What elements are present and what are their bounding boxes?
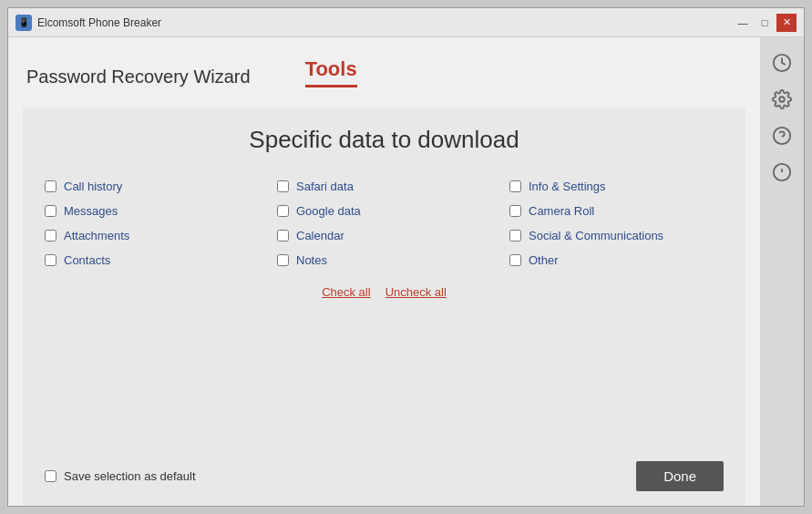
- checkbox-camera-roll[interactable]: Camera Roll: [509, 204, 724, 218]
- checkbox-attachments-input[interactable]: [45, 230, 57, 242]
- checkbox-attachments[interactable]: Attachments: [45, 229, 259, 242]
- close-button[interactable]: ✕: [776, 14, 797, 32]
- wizard-title: Password Recovery Wizard: [26, 67, 251, 87]
- col1-messages: Messages: [45, 204, 259, 218]
- save-default-input[interactable]: [45, 470, 57, 482]
- checkbox-notes[interactable]: Notes: [277, 253, 491, 267]
- checkboxes-grid: Call history Safari data Info & Settings: [45, 180, 724, 267]
- center-area: Password Recovery Wizard Tools Specific …: [8, 37, 760, 506]
- checkbox-social[interactable]: Social & Communications: [509, 229, 724, 242]
- checkbox-safari-input[interactable]: [277, 180, 289, 192]
- checkbox-info-settings[interactable]: Info & Settings: [509, 180, 724, 193]
- checkbox-contacts[interactable]: Contacts: [45, 253, 259, 267]
- checkbox-other-input[interactable]: [509, 254, 521, 266]
- checkbox-notes-label: Notes: [296, 253, 327, 267]
- tools-tab[interactable]: Tools: [305, 57, 357, 87]
- history-icon-button[interactable]: [766, 46, 798, 79]
- history-icon: [772, 53, 792, 73]
- header-nav: Password Recovery Wizard Tools: [8, 37, 760, 87]
- panel-title: Specific data to download: [45, 126, 724, 154]
- checkbox-call-history-input[interactable]: [45, 180, 57, 192]
- help-icon-button[interactable]: [766, 119, 798, 152]
- col3-social: Social & Communications: [509, 229, 724, 242]
- checkbox-camera-roll-label: Camera Roll: [529, 204, 594, 218]
- checkbox-social-input[interactable]: [509, 230, 521, 242]
- minimize-button[interactable]: —: [733, 14, 753, 32]
- checkbox-messages[interactable]: Messages: [45, 204, 259, 218]
- col2-google: Google data: [277, 204, 491, 218]
- checkbox-contacts-label: Contacts: [64, 253, 110, 267]
- checkbox-call-history[interactable]: Call history: [45, 180, 259, 193]
- titlebar: 📱 Elcomsoft Phone Breaker — □ ✕: [8, 8, 804, 37]
- app-icon: 📱: [15, 15, 32, 31]
- gear-icon: [772, 89, 792, 109]
- main-window: 📱 Elcomsoft Phone Breaker — □ ✕ Password…: [7, 7, 805, 507]
- checkbox-safari[interactable]: Safari data: [277, 180, 491, 193]
- uncheck-all-button[interactable]: Uncheck all: [385, 285, 447, 299]
- help-icon: [772, 126, 792, 146]
- col2-calendar: Calendar: [277, 229, 491, 242]
- checkbox-notes-input[interactable]: [277, 254, 289, 266]
- checkbox-info-settings-input[interactable]: [509, 180, 521, 192]
- col1-contacts: Contacts: [45, 253, 259, 267]
- checkbox-attachments-label: Attachments: [64, 229, 129, 242]
- checkbox-camera-roll-input[interactable]: [509, 205, 521, 217]
- checkbox-calendar-label: Calendar: [296, 229, 344, 242]
- titlebar-left: 📱 Elcomsoft Phone Breaker: [15, 15, 161, 31]
- settings-icon-button[interactable]: [766, 83, 798, 116]
- checkbox-calendar[interactable]: Calendar: [277, 229, 491, 242]
- info-icon: [772, 162, 792, 182]
- col1: Call history: [45, 180, 259, 193]
- col3-other: Other: [509, 253, 724, 267]
- checkbox-other[interactable]: Other: [509, 253, 724, 267]
- main-area: Password Recovery Wizard Tools Specific …: [8, 37, 804, 506]
- checkbox-google-label: Google data: [296, 204, 361, 218]
- titlebar-controls: — □ ✕: [733, 14, 797, 32]
- col2-notes: Notes: [277, 253, 491, 267]
- maximize-button[interactable]: □: [755, 14, 775, 32]
- triangle-indicator: [272, 87, 293, 100]
- bottom-row: Save selection as default Done: [45, 461, 724, 491]
- checkbox-google-input[interactable]: [277, 205, 289, 217]
- col1-attachments: Attachments: [45, 229, 259, 242]
- checkbox-messages-label: Messages: [64, 204, 118, 218]
- checkbox-info-settings-label: Info & Settings: [529, 180, 606, 193]
- checkbox-google[interactable]: Google data: [277, 204, 491, 218]
- info-icon-button[interactable]: [766, 156, 798, 189]
- save-default-checkbox[interactable]: Save selection as default: [45, 469, 196, 483]
- col3-info: Info & Settings: [509, 180, 724, 193]
- checkbox-contacts-input[interactable]: [45, 254, 57, 266]
- window-title: Elcomsoft Phone Breaker: [37, 16, 161, 29]
- done-button[interactable]: Done: [636, 461, 724, 491]
- sidebar: [760, 37, 804, 506]
- checkbox-other-label: Other: [529, 253, 559, 267]
- checkbox-call-history-label: Call history: [64, 180, 122, 193]
- check-all-button[interactable]: Check all: [322, 285, 370, 299]
- checkbox-calendar-input[interactable]: [277, 230, 289, 242]
- save-default-label: Save selection as default: [64, 469, 196, 483]
- svg-point-1: [779, 97, 785, 102]
- content-panel: Specific data to download Call history S: [23, 108, 745, 506]
- col3-camera: Camera Roll: [509, 204, 724, 218]
- link-row: Check all Uncheck all: [45, 285, 724, 299]
- checkbox-social-label: Social & Communications: [529, 229, 663, 242]
- checkbox-messages-input[interactable]: [45, 205, 57, 217]
- checkbox-safari-label: Safari data: [296, 180, 354, 193]
- col2-safari: Safari data: [277, 180, 491, 193]
